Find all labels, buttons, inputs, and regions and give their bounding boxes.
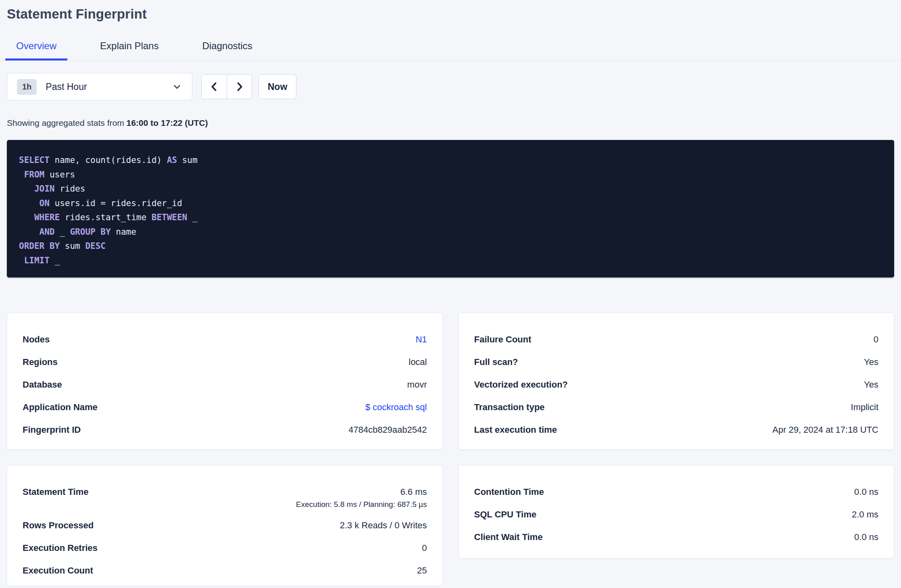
sql-keyword: WHERE bbox=[34, 213, 60, 222]
stat-value-wrap: 0.0 ns bbox=[854, 530, 878, 544]
stat-label: Execution Count bbox=[23, 563, 93, 578]
stat-value: 6.6 ms bbox=[400, 485, 427, 499]
stat-row: Client Wait Time0.0 ns bbox=[474, 530, 879, 544]
stat-value-link[interactable]: N1 bbox=[415, 332, 427, 346]
stat-value: local bbox=[409, 355, 427, 369]
stat-row: NodesN1 bbox=[23, 332, 427, 346]
sql-text bbox=[19, 256, 24, 265]
stat-row: Contention Time0.0 ns bbox=[474, 485, 879, 499]
sql-keyword: ON bbox=[40, 198, 50, 208]
stat-value-wrap: 4784cb829aab2542 bbox=[348, 423, 427, 437]
stat-value: 25 bbox=[417, 563, 427, 578]
sql-line: LIMIT _ bbox=[19, 254, 882, 268]
stat-value: movr bbox=[407, 377, 427, 392]
sql-line: FROM users bbox=[19, 168, 882, 182]
stat-value-wrap: Implicit bbox=[851, 400, 878, 414]
tab-overview[interactable]: Overview bbox=[5, 35, 67, 60]
stat-row: Last execution timeApr 29, 2024 at 17:18… bbox=[474, 423, 879, 437]
sql-keyword: BETWEEN bbox=[152, 213, 188, 222]
stat-value-wrap: 2.0 ms bbox=[852, 507, 878, 521]
sql-line: WHERE rides.start_time BETWEEN _ bbox=[19, 211, 882, 225]
tab-diagnostics[interactable]: Diagnostics bbox=[191, 35, 263, 60]
aggregated-stats-range: 16:00 to 17:22 (UTC) bbox=[127, 118, 208, 127]
stat-value-link[interactable]: $ cockroach sql bbox=[365, 400, 427, 414]
sql-line: ORDER BY sum DESC bbox=[19, 239, 882, 254]
sql-text: sum bbox=[60, 241, 85, 251]
sql-text bbox=[19, 213, 34, 222]
stat-label: Statement Time bbox=[23, 485, 88, 499]
stat-value-wrap: 25 bbox=[417, 563, 427, 578]
sql-text: users bbox=[44, 170, 75, 179]
stat-value: Implicit bbox=[851, 400, 878, 414]
statement-fingerprint-page: Statement Fingerprint Overview Explain P… bbox=[0, 0, 901, 588]
stat-value: 0 bbox=[422, 541, 427, 555]
stat-row: Databasemovr bbox=[23, 377, 427, 392]
sql-text bbox=[19, 227, 40, 237]
sql-keyword: LIMIT bbox=[24, 256, 50, 265]
sql-text: rides.start_time bbox=[60, 213, 152, 222]
stat-value: Apr 29, 2024 at 17:18 UTC bbox=[772, 423, 878, 437]
sql-statement-box: SELECT name, count(rides.id) AS sum FROM… bbox=[7, 140, 894, 277]
sql-line: JOIN rides bbox=[19, 182, 882, 196]
stat-value: 4784cb829aab2542 bbox=[348, 423, 427, 437]
sql-text: _ bbox=[50, 256, 60, 265]
time-range-label: Past Hour bbox=[46, 81, 87, 92]
sql-text bbox=[19, 184, 34, 194]
time-controls: 1h Past Hour Now bbox=[7, 73, 901, 100]
sql-text: name, count(rides.id) bbox=[50, 155, 167, 165]
stat-value-wrap: Yes bbox=[864, 377, 878, 392]
sql-keyword: AS bbox=[167, 155, 177, 165]
stat-label: Database bbox=[23, 377, 62, 392]
sql-line: SELECT name, count(rides.id) AS sum bbox=[19, 153, 882, 168]
stat-row: Statement Time6.6 msExecution: 5.8 ms / … bbox=[23, 485, 427, 510]
stat-row: Transaction typeImplicit bbox=[474, 400, 879, 414]
aggregated-stats-line: Showing aggregated stats from 16:00 to 1… bbox=[7, 118, 901, 128]
now-button[interactable]: Now bbox=[259, 74, 296, 99]
sql-keyword: AND bbox=[40, 227, 55, 237]
stat-row: Application Name$ cockroach sql bbox=[23, 400, 427, 414]
stat-label: Fingerprint ID bbox=[23, 423, 81, 437]
sql-text: _ bbox=[187, 213, 197, 222]
stat-value: 0.0 ns bbox=[854, 485, 878, 499]
chevron-left-icon bbox=[209, 81, 220, 92]
stat-label: SQL CPU Time bbox=[474, 507, 536, 521]
stat-subvalue: Execution: 5.8 ms / Planning: 687.5 µs bbox=[296, 499, 427, 510]
stat-label: Vectorized execution? bbox=[474, 377, 568, 392]
stat-label: Last execution time bbox=[474, 423, 557, 437]
stat-label: Execution Retries bbox=[23, 541, 98, 555]
stat-value: Yes bbox=[864, 377, 878, 392]
stat-label: Rows Processed bbox=[23, 518, 94, 532]
sql-text: sum bbox=[177, 155, 198, 165]
sql-text bbox=[19, 170, 24, 179]
sql-line: AND _ GROUP BY name bbox=[19, 225, 882, 240]
prev-time-button[interactable] bbox=[202, 75, 227, 99]
stat-value: 0.0 ns bbox=[854, 530, 878, 544]
stat-value: 0 bbox=[874, 332, 878, 346]
wait-times-card: Contention Time0.0 nsSQL CPU Time2.0 msC… bbox=[459, 465, 895, 559]
next-time-button[interactable] bbox=[227, 75, 252, 99]
aggregated-stats-prefix: Showing aggregated stats from bbox=[7, 118, 127, 127]
stat-row: Failure Count0 bbox=[474, 332, 879, 346]
stat-value-wrap: Yes bbox=[864, 355, 878, 369]
stat-label: Nodes bbox=[23, 332, 50, 346]
execution-attributes-card: Failure Count0Full scan?YesVectorized ex… bbox=[459, 313, 895, 450]
stat-value-wrap: N1 bbox=[415, 332, 427, 346]
stat-value: 2.0 ms bbox=[852, 507, 878, 521]
sql-keyword: SELECT bbox=[19, 155, 50, 165]
page-title: Statement Fingerprint bbox=[7, 6, 901, 22]
tab-explain-plans[interactable]: Explain Plans bbox=[89, 35, 169, 60]
time-range-dropdown[interactable]: 1h Past Hour bbox=[7, 73, 192, 100]
stat-label: Contention Time bbox=[474, 485, 544, 499]
timing-stats-card: Statement Time6.6 msExecution: 5.8 ms / … bbox=[7, 465, 443, 586]
stat-row: SQL CPU Time2.0 ms bbox=[474, 507, 879, 521]
sql-keyword: JOIN bbox=[34, 184, 55, 194]
stat-value: Yes bbox=[864, 355, 878, 369]
stat-label: Regions bbox=[23, 355, 58, 369]
sql-code: SELECT name, count(rides.id) AS sum FROM… bbox=[19, 153, 882, 268]
stats-cards: NodesN1RegionslocalDatabasemovrApplicati… bbox=[7, 313, 894, 586]
sql-text bbox=[19, 198, 40, 208]
chevron-right-icon bbox=[234, 81, 245, 92]
stat-row: Fingerprint ID4784cb829aab2542 bbox=[23, 423, 427, 437]
sql-text: rides bbox=[55, 184, 86, 194]
sql-text: _ bbox=[55, 227, 70, 237]
